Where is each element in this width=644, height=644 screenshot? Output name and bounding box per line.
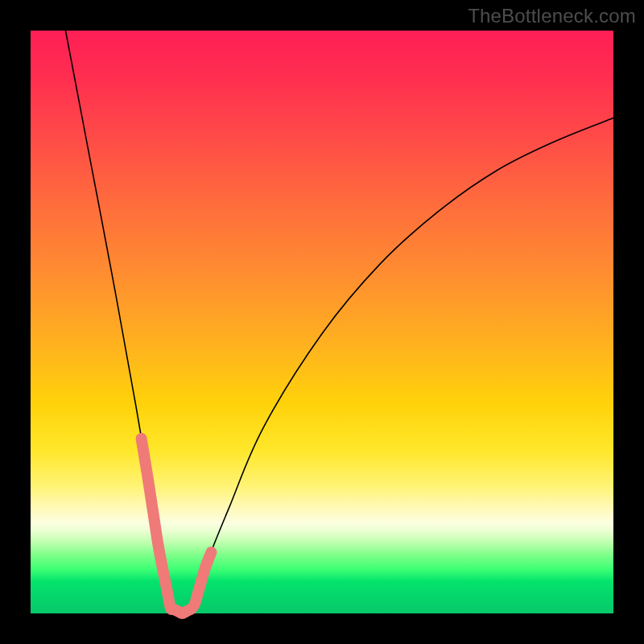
highlight-left: [142, 439, 168, 593]
bottleneck-curve: [31, 31, 613, 613]
curve-line: [65, 31, 613, 615]
chart-frame: TheBottleneck.com: [0, 0, 644, 644]
plot-area: [31, 31, 613, 613]
highlight-right: [185, 552, 212, 612]
watermark-text: TheBottleneck.com: [468, 5, 636, 27]
